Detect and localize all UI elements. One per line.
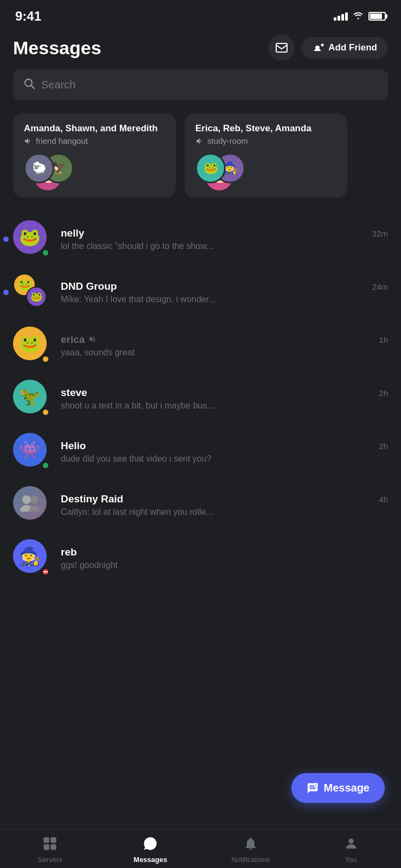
messages-icon <box>143 836 158 853</box>
voice-card-1[interactable]: Amanda, Shawn, and Meredith friend hango… <box>13 113 176 197</box>
message-name-helio: Helio <box>61 440 86 452</box>
message-preview-dnd: Mike: Yeah I love that design, i wonder.… <box>61 295 388 304</box>
message-content-steve: steve 2h shoot u a text in a bit, but i … <box>61 387 388 411</box>
avatar-destiny <box>13 486 47 520</box>
voice-card-2-avatars: 🐸 🧙 🐷 <box>195 153 336 188</box>
idle-status-steve <box>41 408 50 417</box>
message-preview-reb: ggs! goodnight <box>61 560 388 570</box>
add-friend-button[interactable]: Add Friend <box>301 37 388 59</box>
nav-servers[interactable]: Servers <box>28 836 72 864</box>
avatar-reb: 🧙 <box>13 539 47 573</box>
search-icon <box>24 78 35 92</box>
online-status-nelly <box>41 248 50 257</box>
message-preview-steve: shoot u a text in a bit, but i maybe bus… <box>61 401 388 411</box>
add-friend-label: Add Friend <box>328 42 377 53</box>
search-bar[interactable] <box>13 69 388 100</box>
you-icon <box>343 836 359 853</box>
message-item-reb[interactable]: 🧙 reb ggs! goodnight <box>13 532 388 585</box>
servers-icon <box>42 836 58 853</box>
avatar-container-steve: 🦖 <box>13 380 51 418</box>
avatar-container-erica: 🐸 <box>13 327 51 365</box>
nav-you-label: You <box>345 856 357 864</box>
nav-servers-label: Servers <box>38 856 62 864</box>
avatar-nelly: 🐸 <box>13 220 47 254</box>
voice-card-1-title: Amanda, Shawn, and Meredith <box>24 123 165 134</box>
avatar-container-nelly: 🐸 <box>13 220 51 258</box>
avatar-container-dnd: 🐸 🐸 <box>13 273 51 311</box>
message-time-nelly: 32m <box>372 229 388 238</box>
header: Messages Add Friend <box>0 29 401 69</box>
svg-point-4 <box>30 496 38 503</box>
new-message-fab[interactable]: + Message <box>291 773 385 803</box>
svg-text:+: + <box>315 783 317 787</box>
message-preview-destiny: Caitlyn: lol at last night when you roll… <box>61 507 388 517</box>
message-content-erica: erica 1h yaaa, sounds great <box>61 334 388 358</box>
message-item-helio[interactable]: 👾 Helio 2h dude did you see that video i… <box>13 425 388 478</box>
status-time: 9:41 <box>15 9 41 24</box>
message-time-dnd: 24m <box>372 282 388 291</box>
status-bar: 9:41 <box>0 0 401 29</box>
svg-rect-10 <box>51 844 57 850</box>
svg-point-3 <box>22 495 31 504</box>
message-name-nelly: nelly <box>61 227 84 239</box>
message-list: 🐸 nelly 32m lol the classic "should i go… <box>0 213 401 585</box>
avatar-steve: 🦖 <box>13 380 47 413</box>
page-title: Messages <box>13 37 101 59</box>
nav-notifications[interactable]: Notifications <box>229 836 272 864</box>
message-content-reb: reb ggs! goodnight <box>61 546 388 570</box>
message-preview-helio: dude did you see that video i sent you? <box>61 454 388 464</box>
wifi-icon <box>352 11 364 22</box>
search-input[interactable] <box>41 79 377 91</box>
message-content-nelly: nelly 32m lol the classic "should i go t… <box>61 227 388 251</box>
message-content-destiny: Destiny Raid 4h Caitlyn: lol at last nig… <box>61 493 388 517</box>
message-time-helio: 2h <box>379 442 388 451</box>
svg-rect-9 <box>44 844 50 850</box>
avatar-erica: 🐸 <box>13 327 47 360</box>
mute-icon-erica <box>88 335 97 344</box>
bottom-nav: Servers Messages Notifications You <box>0 829 401 868</box>
voice-channels-row: Amanda, Shawn, and Meredith friend hango… <box>0 113 401 213</box>
svg-line-2 <box>31 86 35 89</box>
voice-card-1-subtitle: friend hangout <box>24 136 165 145</box>
message-item-nelly[interactable]: 🐸 nelly 32m lol the classic "should i go… <box>13 213 388 266</box>
search-container <box>13 69 388 100</box>
nav-messages[interactable]: Messages <box>129 836 172 864</box>
voice-card-2[interactable]: Erica, Reb, Steve, Amanda study-room 🐸 🧙… <box>184 113 347 197</box>
message-preview-nelly: lol the classic "should i go to the show… <box>61 241 388 251</box>
avatar-container-destiny <box>13 486 51 524</box>
voice-card-2-channel: study-room <box>207 136 248 145</box>
header-actions: Add Friend <box>269 35 388 61</box>
unread-indicator-dnd <box>3 290 9 295</box>
message-item-dnd-group[interactable]: 🐸 🐸 DND Group 24m Mike: Yeah I love that… <box>13 266 388 319</box>
mail-button[interactable] <box>269 35 295 61</box>
svg-point-11 <box>348 839 353 844</box>
svg-rect-7 <box>44 837 50 843</box>
unread-indicator-nelly <box>3 237 9 242</box>
idle-status-erica <box>41 355 50 363</box>
status-icons <box>334 11 386 22</box>
avatar-container-reb: 🧙 <box>13 539 51 577</box>
nav-messages-label: Messages <box>133 856 167 864</box>
message-item-erica[interactable]: 🐸 erica 1h yaaa, sounds great <box>13 319 388 372</box>
message-item-steve[interactable]: 🦖 steve 2h shoot u a text in a bit, but … <box>13 372 388 425</box>
fab-label: Message <box>324 782 370 794</box>
voice-card-1-avatars: 🐑 🦅 🐷 <box>24 153 165 188</box>
message-content-helio: Helio 2h dude did you see that video i s… <box>61 440 388 464</box>
message-name-erica: erica <box>61 334 97 346</box>
voice-card-1-channel: friend hangout <box>36 136 88 145</box>
signal-icon <box>334 12 348 21</box>
avatar-container-helio: 👾 <box>13 433 51 471</box>
message-preview-erica: yaaa, sounds great <box>61 348 388 358</box>
battery-icon <box>368 12 386 21</box>
online-status-helio <box>41 461 50 470</box>
dnd-status-reb <box>41 567 50 576</box>
message-name-reb: reb <box>61 546 77 558</box>
message-content-dnd: DND Group 24m Mike: Yeah I love that des… <box>61 280 388 304</box>
message-item-destiny-raid[interactable]: Destiny Raid 4h Caitlyn: lol at last nig… <box>13 478 388 532</box>
svg-rect-0 <box>276 43 287 52</box>
svg-rect-8 <box>51 837 57 843</box>
message-time-destiny: 4h <box>379 495 388 504</box>
nav-notifications-label: Notifications <box>231 856 270 864</box>
voice-card-2-subtitle: study-room <box>195 136 336 145</box>
nav-you[interactable]: You <box>329 836 373 864</box>
